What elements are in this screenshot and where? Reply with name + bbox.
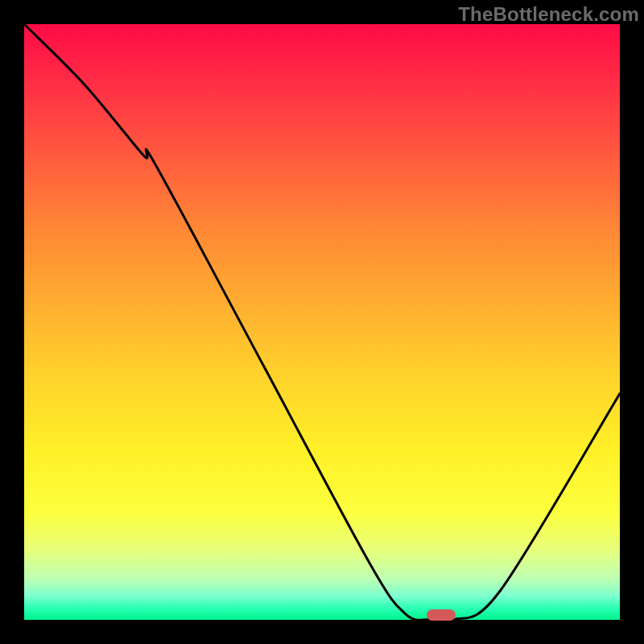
chart-frame: TheBottleneck.com [0,0,644,644]
plot-area [24,24,620,620]
optimal-marker [427,609,456,621]
attribution-label: TheBottleneck.com [458,3,639,26]
bottleneck-curve [24,24,620,620]
